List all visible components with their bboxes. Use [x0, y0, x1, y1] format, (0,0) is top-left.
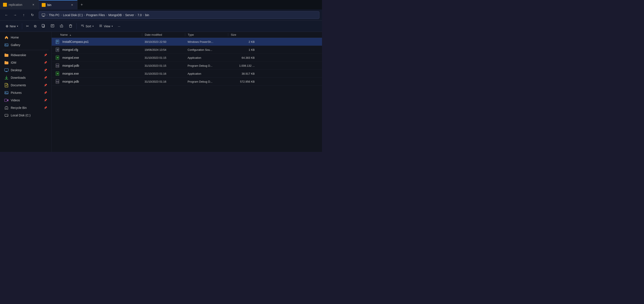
breadcrumb-mongodb[interactable]: MongoDB: [108, 13, 122, 17]
up-button[interactable]: ↑: [20, 11, 28, 19]
svg-point-30: [7, 116, 8, 116]
address-bar[interactable]: › This PC › Local Disk (C:) › Program Fi…: [39, 11, 320, 19]
file-type-mongodcfg: Configuration Sou...: [185, 48, 228, 52]
breadcrumb-70[interactable]: 7.0: [136, 13, 142, 17]
new-icon: ⊕: [6, 24, 8, 28]
file-row-mongodcfg[interactable]: mongod.cfg 19/06/2024 13:54 Configuratio…: [52, 46, 322, 54]
tab-replication-close[interactable]: ✕: [31, 2, 36, 7]
sidebar-item-localdisk[interactable]: Local Disk (C:): [1, 112, 50, 119]
idm-pin-icon: 📌: [44, 61, 47, 64]
sidebar-item-desktop[interactable]: Desktop 📌: [1, 66, 50, 74]
tab-bin-close[interactable]: ✕: [70, 3, 74, 7]
sort-icon: [80, 24, 84, 28]
cut-button[interactable]: ✂: [24, 23, 31, 30]
ridwanskie-pin-icon: 📌: [44, 54, 47, 56]
sidebar-item-idm[interactable]: IDM 📌: [1, 59, 50, 66]
sidebar-item-ridwanskie[interactable]: Ridwanskie 📌: [1, 52, 50, 59]
file-row-mongodpdb[interactable]: PDB mongod.pdb 31/10/2023 01:15 Program …: [52, 62, 322, 70]
more-button[interactable]: ···: [116, 23, 122, 29]
title-bar: replication ✕ bin ✕ +: [0, 0, 322, 10]
tab-replication[interactable]: replication ✕: [0, 0, 39, 10]
delete-button[interactable]: [66, 22, 75, 30]
sidebar: Home Gallery Ridwanskie 📌: [0, 32, 52, 152]
sidebar-documents-label: Documents: [11, 84, 26, 87]
rename-button[interactable]: [48, 22, 56, 30]
sidebar-item-pictures[interactable]: Pictures 📌: [1, 89, 50, 96]
ps1-icon: PS: [55, 39, 60, 44]
tab-bin[interactable]: bin ✕: [39, 0, 78, 10]
forward-button[interactable]: →: [11, 11, 19, 19]
new-tab-button[interactable]: +: [78, 0, 86, 10]
file-row-mongodexe[interactable]: mongod.exe 31/10/2023 01:15 Application …: [52, 54, 322, 62]
breadcrumb-thispc[interactable]: This PC: [48, 13, 60, 17]
sidebar-top-section: Home Gallery: [0, 34, 52, 48]
tab-bin-folder-icon: [42, 3, 46, 7]
paste-button[interactable]: [39, 22, 48, 30]
localdisk-icon: [4, 113, 8, 118]
sort-label: Sort: [86, 24, 91, 28]
sidebar-recycle-label: Recycle Bin: [11, 106, 27, 110]
back-button[interactable]: ←: [2, 11, 10, 19]
paste-icon: [42, 24, 46, 28]
sidebar-item-recycle[interactable]: Recycle Bin 📌: [1, 104, 50, 112]
breadcrumb-programfiles[interactable]: Program Files: [86, 13, 106, 17]
col-header-size[interactable]: Size: [228, 33, 258, 36]
file-size-installcompass: 2 KB: [228, 40, 258, 44]
file-type-installcompass: Windows PowerSh...: [185, 40, 228, 44]
svg-rect-5: [51, 24, 54, 27]
svg-rect-29: [5, 116, 6, 116]
file-list: Name ▲ Date modified Type Size PS Instal…: [52, 32, 322, 152]
file-type-mongosexe: Application: [185, 72, 228, 75]
ridwanskie-folder-icon: [4, 53, 8, 57]
more-label: ···: [118, 24, 120, 28]
svg-rect-1: [42, 16, 44, 16]
pictures-icon: [4, 90, 8, 95]
file-size-mongodexe: 64.383 KB: [228, 56, 258, 60]
svg-rect-34: [56, 42, 58, 42]
sidebar-desktop-label: Desktop: [11, 68, 22, 72]
cfg-icon: [55, 47, 60, 52]
file-row-installcompass[interactable]: PS InstallCompass.ps1 30/10/2023 22:50 W…: [52, 38, 322, 46]
col-header-name[interactable]: Name ▲: [52, 33, 142, 36]
breadcrumb-server[interactable]: Server: [124, 13, 135, 17]
main-layout: Home Gallery Ridwanskie 📌: [0, 32, 322, 152]
file-row-mongosexe[interactable]: mongos.exe 31/10/2023 01:16 Application …: [52, 70, 322, 78]
videos-pin-icon: 📌: [44, 99, 47, 102]
breadcrumb-bin[interactable]: bin: [144, 13, 150, 17]
col-header-type[interactable]: Type: [185, 33, 228, 36]
breadcrumb-localdisk[interactable]: Local Disk (C:): [62, 13, 84, 17]
view-chevron-icon: ▾: [112, 25, 113, 27]
col-header-date[interactable]: Date modified: [142, 33, 185, 36]
file-name-mongodcfg: mongod.cfg: [52, 47, 142, 52]
refresh-button[interactable]: ↻: [28, 11, 36, 19]
documents-pin-icon: 📌: [44, 84, 47, 87]
rename-icon: [50, 24, 54, 28]
tab-replication-label: replication: [8, 3, 22, 6]
cut-icon: ✂: [26, 24, 29, 28]
file-type-mongodpdb: Program Debug D...: [185, 64, 228, 67]
new-button[interactable]: ⊕ New ▾: [4, 23, 20, 30]
sidebar-ridwanskie-label: Ridwanskie: [11, 53, 26, 57]
sidebar-item-downloads[interactable]: Downloads 📌: [1, 74, 50, 81]
sort-button[interactable]: Sort ▾: [78, 22, 96, 30]
sidebar-item-videos[interactable]: Videos 📌: [1, 96, 50, 104]
pictures-pin-icon: 📌: [44, 91, 47, 94]
toolbar: ⊕ New ▾ ✂ ⧉ Sort ▾: [0, 21, 322, 32]
gallery-icon: [4, 43, 8, 47]
svg-text:PDB: PDB: [56, 81, 59, 83]
view-icon: [99, 24, 102, 28]
desktop-icon: [4, 68, 8, 72]
new-label: New: [10, 24, 16, 28]
file-date-mongodexe: 31/10/2023 01:15: [142, 56, 185, 60]
file-date-mongodpdb: 31/10/2023 01:15: [142, 64, 185, 67]
share-button[interactable]: [58, 22, 66, 30]
sidebar-item-home[interactable]: Home: [1, 34, 50, 41]
view-button[interactable]: View ▾: [96, 22, 115, 30]
view-label: View: [104, 24, 110, 28]
file-row-mongospdb[interactable]: PDB mongos.pdb 31/10/2023 01:16 Program …: [52, 78, 322, 86]
sidebar-item-gallery[interactable]: Gallery: [1, 41, 50, 48]
sidebar-item-documents[interactable]: Documents 📌: [1, 82, 50, 89]
svg-rect-16: [5, 44, 8, 46]
copy-button[interactable]: ⧉: [32, 23, 38, 30]
toolbar-separator-1: [22, 23, 22, 29]
